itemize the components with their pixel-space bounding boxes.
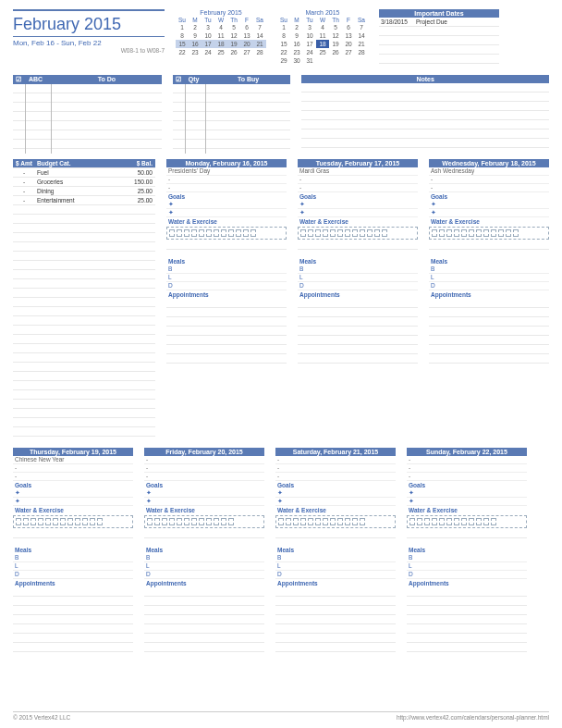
days-row-2: Thursday, February 19, 2015Chinese New Y… (13, 448, 549, 657)
title-block: February 2015 Mon, Feb 16 - Sun, Feb 22 … (13, 9, 165, 69)
header: February 2015 Mon, Feb 16 - Sun, Feb 22 … (13, 9, 549, 69)
important-dates: Important Dates 3/18/2015Project Due (379, 9, 499, 69)
day-panel: Monday, February 16, 2015Presidents' Day… (166, 159, 287, 442)
day-panel: Thursday, February 19, 2015Chinese New Y… (13, 448, 133, 657)
day-panel: Saturday, February 21, 2015---Goals✦✦Wat… (275, 448, 396, 657)
tobuy-panel: ☑QtyTo Buy (173, 75, 290, 154)
mini-calendar-mar: March 2015 SuMTuWThFSa123456789101112131… (277, 9, 368, 69)
day-panel: Sunday, February 22, 2015---Goals✦✦Water… (407, 448, 527, 657)
footer: © 2015 Vertex42 LLC http://www.vertex42.… (13, 711, 549, 721)
day-panel: Wednesday, February 18, 2015Ash Wednesda… (429, 159, 549, 442)
day-panel: Tuesday, February 17, 2015Mardi Gras--Go… (298, 159, 418, 442)
mini-calendar-feb: February 2015 SuMTuWThFSa123456789101112… (176, 9, 266, 69)
todo-panel: ☑ABCTo Do (13, 75, 162, 154)
date-range: Mon, Feb 16 - Sun, Feb 22 (13, 36, 165, 47)
page-title: February 2015 (13, 11, 165, 36)
week-numbers: W08-1 to W08-7 (13, 47, 165, 54)
budget-panel: $ AmtBudget Cat.$ Bal. -Fuel50.00-Grocer… (13, 159, 155, 437)
days-row-1: Monday, February 16, 2015Presidents' Day… (166, 159, 549, 442)
row-1: ☑ABCTo Do ☑QtyTo Buy Notes (13, 75, 549, 154)
day-panel: Friday, February 20, 2015---Goals✦✦Water… (144, 448, 264, 657)
notes-panel: Notes (301, 75, 549, 154)
